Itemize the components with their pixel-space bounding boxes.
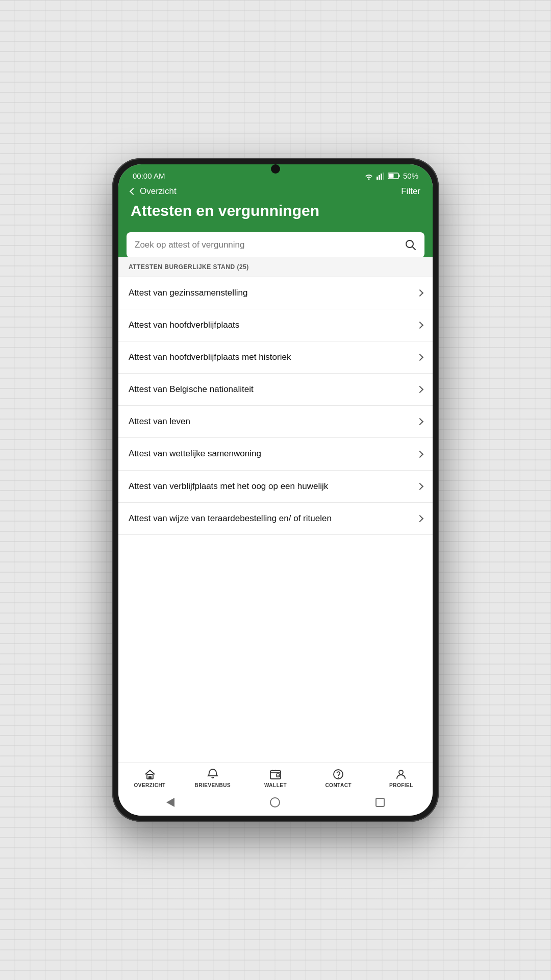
nav-wallet-label: WALLET	[264, 782, 287, 788]
question-icon	[332, 768, 344, 780]
bell-icon	[207, 768, 219, 780]
list-item[interactable]: Attest van gezinssamenstelling	[118, 277, 433, 309]
camera-notch	[271, 164, 280, 174]
svg-rect-0	[377, 177, 378, 180]
item-text: Attest van hoofdverblijfplaats	[129, 320, 417, 331]
status-time: 00:00 AM	[133, 172, 165, 180]
list-item[interactable]: Attest van verblijfplaats met het oog op…	[118, 471, 433, 503]
list-item[interactable]: Attest van Belgische nationaliteit	[118, 374, 433, 406]
phone-device: 00:00 AM	[112, 158, 439, 822]
filter-button[interactable]: Filter	[401, 186, 420, 197]
chevron-left-icon	[130, 188, 137, 195]
list-item[interactable]: Attest van hoofdverblijfplaats met histo…	[118, 341, 433, 374]
signal-icon	[377, 173, 385, 180]
chevron-right-icon	[416, 354, 423, 361]
item-text: Attest van wijze van teraardebestelling …	[129, 513, 417, 524]
content-area: ATTESTEN BURGERLIJKE STAND (25) Attest v…	[118, 257, 433, 763]
person-icon	[395, 768, 407, 780]
search-button[interactable]	[405, 239, 416, 251]
chevron-right-icon	[416, 483, 423, 490]
status-icons: 50%	[364, 172, 418, 180]
wallet-icon	[269, 768, 282, 780]
nav-brievenbus[interactable]: BRIEVENBUS	[181, 768, 244, 788]
nav-overzicht[interactable]: OVERZICHT	[118, 768, 181, 788]
svg-rect-6	[388, 174, 393, 178]
svg-line-8	[412, 247, 415, 250]
home-icon	[144, 768, 156, 780]
list-item[interactable]: Attest van wijze van teraardebestelling …	[118, 503, 433, 535]
search-input[interactable]	[135, 240, 400, 250]
svg-rect-2	[381, 174, 382, 180]
section-header: ATTESTEN BURGERLIJKE STAND (25)	[118, 257, 433, 277]
item-text: Attest van hoofdverblijfplaats met histo…	[129, 352, 417, 363]
section-title: ATTESTEN BURGERLIJKE STAND (25)	[129, 263, 249, 271]
item-text: Attest van leven	[129, 416, 417, 427]
search-bar	[127, 232, 424, 258]
svg-point-19	[399, 770, 403, 774]
svg-rect-5	[398, 175, 399, 177]
svg-point-13	[278, 775, 279, 776]
back-button[interactable]: Overzicht	[131, 186, 177, 197]
nav-profiel[interactable]: PROFIEL	[370, 768, 433, 788]
recents-square-icon	[375, 798, 385, 807]
nav-overzicht-label: OVERZICHT	[134, 782, 165, 788]
list-item[interactable]: Attest van wettelijke samenwoning	[118, 438, 433, 470]
svg-rect-10	[148, 776, 152, 779]
chevron-right-icon	[416, 418, 423, 425]
page-header: Overzicht Filter Attesten en vergunninge…	[118, 184, 433, 232]
phone-screen: 00:00 AM	[118, 164, 433, 816]
android-back-button[interactable]	[166, 798, 174, 807]
svg-rect-1	[379, 175, 380, 180]
chevron-right-icon	[416, 322, 423, 329]
item-text: Attest van Belgische nationaliteit	[129, 384, 417, 395]
chevron-right-icon	[416, 450, 423, 457]
wifi-icon	[364, 173, 373, 180]
header-nav: Overzicht Filter	[131, 186, 420, 197]
bottom-navigation: OVERZICHT BRIEVENBUS WALLET	[118, 763, 433, 791]
svg-rect-11	[270, 771, 281, 779]
item-text: Attest van gezinssamenstelling	[129, 287, 417, 299]
battery-icon	[388, 173, 400, 179]
battery-percentage: 50%	[403, 172, 418, 180]
chevron-right-icon	[416, 515, 423, 522]
nav-profiel-label: PROFIEL	[389, 782, 413, 788]
home-circle-icon	[270, 797, 280, 807]
item-text: Attest van wettelijke samenwoning	[129, 448, 417, 459]
search-icon	[405, 239, 416, 251]
item-text: Attest van verblijfplaats met het oog op…	[129, 481, 417, 492]
back-label: Overzicht	[140, 186, 177, 197]
nav-contact[interactable]: CONTACT	[307, 768, 370, 788]
back-triangle-icon	[166, 798, 174, 807]
android-nav	[118, 791, 433, 816]
filter-label: Filter	[401, 186, 420, 196]
nav-wallet[interactable]: WALLET	[244, 768, 307, 788]
list-item[interactable]: Attest van hoofdverblijfplaats	[118, 309, 433, 341]
nav-contact-label: CONTACT	[325, 782, 352, 788]
page-title: Attesten en vergunningen	[131, 202, 420, 220]
nav-brievenbus-label: BRIEVENBUS	[195, 782, 231, 788]
list-item[interactable]: Attest van leven	[118, 406, 433, 438]
chevron-right-icon	[416, 289, 423, 297]
android-home-button[interactable]	[270, 797, 280, 807]
search-container	[118, 232, 433, 257]
android-recents-button[interactable]	[375, 798, 385, 807]
chevron-right-icon	[416, 386, 423, 393]
svg-rect-3	[383, 173, 384, 180]
svg-point-18	[338, 777, 339, 778]
